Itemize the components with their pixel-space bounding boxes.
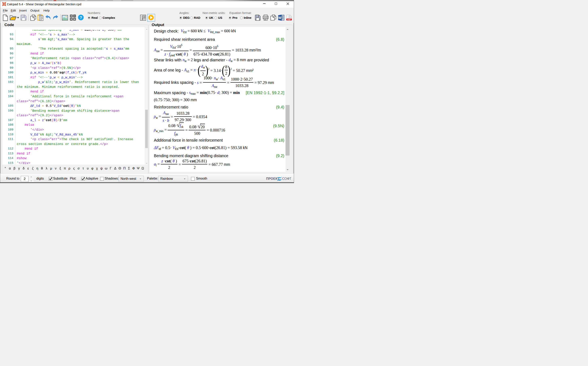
svg-text:W: W [278,16,281,20]
svg-text:PDF: PDF [287,19,291,21]
svg-text:?: ? [80,15,82,20]
